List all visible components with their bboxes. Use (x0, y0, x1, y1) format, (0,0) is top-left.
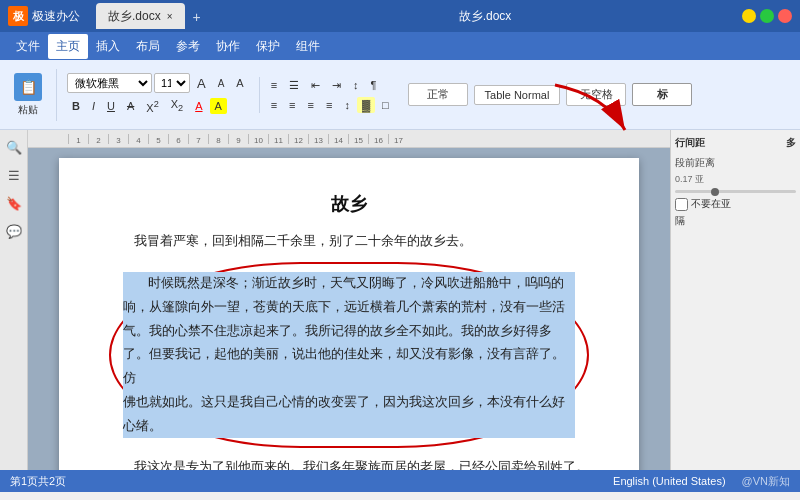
page-container[interactable]: 故乡 我冒着严寒，回到相隔二千余里，别了二十余年的故乡去。 时候既然是深冬；渐近… (28, 148, 670, 470)
paste-label: 粘贴 (18, 103, 38, 117)
ruler-mark: 6 (168, 134, 188, 144)
spacing-checkbox[interactable] (675, 198, 688, 211)
spacing-value: 0.17 亚 (675, 173, 796, 186)
ruler-mark: 13 (308, 134, 328, 144)
font-color-button[interactable]: A (190, 98, 207, 114)
superscript-button[interactable]: X2 (141, 97, 163, 116)
table-normal-style-button[interactable]: Table Normal (474, 85, 561, 105)
new-tab-button[interactable]: + (185, 5, 209, 29)
para2-line3: 气。我的心禁不住悲凉起来了。我所记得的故乡全不如此。我的故乡好得多 (123, 324, 552, 338)
strikethrough-button[interactable]: A (122, 98, 139, 114)
border-button[interactable]: □ (377, 97, 394, 113)
ruler-mark: 14 (328, 134, 348, 144)
app-icon: 极 (8, 6, 28, 26)
menu-collaborate[interactable]: 协作 (208, 34, 248, 59)
paste-button[interactable]: 📋 粘贴 (8, 69, 48, 121)
menu-insert[interactable]: 插入 (88, 34, 128, 59)
para2-line1: 时候既然是深冬；渐近故乡时，天气又阴晦了，冷风吹进船舱中，呜呜的 (148, 276, 564, 290)
ruler: 1 2 3 4 5 6 7 8 9 10 11 12 13 14 15 16 1… (28, 130, 670, 148)
paragraph-row-2: ≡ ≡ ≡ ≡ ↕ ▓ □ (266, 97, 394, 113)
ruler-mark: 2 (88, 134, 108, 144)
ruler-mark: 5 (148, 134, 168, 144)
minimize-button[interactable]: − (742, 9, 756, 23)
font-size-select[interactable]: 11.5 (154, 73, 190, 93)
checkbox-row-2: 隔 (675, 214, 796, 228)
menu-file[interactable]: 文件 (8, 34, 48, 59)
no-spacing-style-button[interactable]: 无空格 (566, 83, 626, 106)
menu-layout[interactable]: 布局 (128, 34, 168, 59)
search-icon[interactable]: 🔍 (5, 138, 23, 156)
menu-component[interactable]: 组件 (288, 34, 328, 59)
para2-line2: 响，从篷隙向外一望，苍黄的天底下，远近横着几个萧索的荒村，没有一些活 (123, 300, 565, 314)
title-bar: 极 极速办公 故乡.docx × + 故乡.docx − □ × (0, 0, 800, 32)
checkbox2-label: 隔 (675, 214, 685, 228)
indent-more-button[interactable]: ⇥ (327, 77, 346, 94)
right-panel-title-text: 行间距 (675, 137, 705, 148)
shading-button[interactable]: ▓ (357, 97, 375, 113)
window-controls: − □ × (742, 9, 792, 23)
ruler-mark: 3 (108, 134, 128, 144)
menu-protect[interactable]: 保护 (248, 34, 288, 59)
right-panel-more: 多 (786, 136, 796, 150)
app-icon-text: 极 (13, 9, 24, 24)
oval-highlight: 时候既然是深冬；渐近故乡时，天气又阴晦了，冷风吹进船舱中，呜呜的 响，从篷隙向外… (109, 262, 589, 448)
indent-less-button[interactable]: ⇤ (306, 77, 325, 94)
checkbox-row: 不要在亚 (675, 197, 796, 211)
ruler-mark: 4 (128, 134, 148, 144)
normal-style-button[interactable]: 正常 (408, 83, 468, 106)
font-shrink-button[interactable]: A (213, 76, 230, 91)
maximize-button[interactable]: □ (760, 9, 774, 23)
align-center-button[interactable]: ≡ (284, 97, 300, 113)
ruler-mark: 9 (228, 134, 248, 144)
close-button[interactable]: × (778, 9, 792, 23)
italic-button[interactable]: I (87, 98, 100, 114)
nav-icon[interactable]: ☰ (5, 166, 23, 184)
clear-format-button[interactable]: A (231, 75, 248, 91)
doc-tab[interactable]: 故乡.docx × (96, 3, 185, 29)
ruler-mark: 11 (268, 134, 288, 144)
paragraph-1[interactable]: 我冒着严寒，回到相隔二千余里，别了二十余年的故乡去。 (109, 230, 589, 254)
ruler-mark: 10 (248, 134, 268, 144)
ruler-mark: 1 (68, 134, 88, 144)
ruler-mark: 16 (368, 134, 388, 144)
ruler-mark: 8 (208, 134, 228, 144)
bold-button[interactable]: B (67, 98, 85, 114)
document-area: 1 2 3 4 5 6 7 8 9 10 11 12 13 14 15 16 1… (28, 130, 670, 470)
ruler-mark: 15 (348, 134, 368, 144)
para2-line5: 佛也就如此。这只是我自己心情的改变罢了，因为我这次回乡，本没有什么好 (123, 395, 565, 409)
line-spacing-slider[interactable] (675, 190, 796, 193)
font-grow-button[interactable]: A (192, 74, 211, 93)
spacing-before-label: 段前距离 (675, 156, 796, 170)
language-indicator[interactable]: English (United States) (613, 475, 726, 487)
main-area: 🔍 ☰ 🔖 💬 1 2 3 4 5 6 7 8 9 10 11 12 13 14 (0, 130, 800, 470)
align-justify-button[interactable]: ≡ (321, 97, 337, 113)
align-right-button[interactable]: ≡ (303, 97, 319, 113)
menu-home[interactable]: 主页 (48, 34, 88, 59)
comment-icon[interactable]: 💬 (5, 222, 23, 240)
underline-button[interactable]: U (102, 98, 120, 114)
tab-close-icon[interactable]: × (167, 11, 173, 22)
subscript-button[interactable]: X2 (166, 96, 188, 115)
document-page[interactable]: 故乡 我冒着严寒，回到相隔二千余里，别了二十余年的故乡去。 时候既然是深冬；渐近… (59, 158, 639, 470)
menu-reference[interactable]: 参考 (168, 34, 208, 59)
font-row-1: 微软雅黑 11.5 A A A (67, 73, 249, 93)
more-styles-button[interactable]: 标 (632, 83, 692, 106)
bullet-list-button[interactable]: ≡ (266, 77, 282, 93)
highlight-button[interactable]: A (210, 98, 227, 114)
sort-button[interactable]: ↕ (348, 77, 364, 93)
line-spacing-button[interactable]: ↕ (339, 97, 355, 113)
font-family-select[interactable]: 微软雅黑 (67, 73, 152, 93)
numbered-list-button[interactable]: ☰ (284, 77, 304, 94)
font-row-2: B I U A X2 X2 A A (67, 96, 249, 115)
oval-paragraph-container: 时候既然是深冬；渐近故乡时，天气又阴晦了，冷风吹进船舱中，呜呜的 响，从篷隙向外… (109, 262, 589, 448)
paragraph-3[interactable]: 我这次是专为了别他而来的。我们多年聚族而居的老屋，已经公同卖给别姓了。交屋的期限… (109, 456, 589, 470)
show-para-button[interactable]: ¶ (366, 77, 382, 93)
ruler-mark: 12 (288, 134, 308, 144)
bookmark-icon[interactable]: 🔖 (5, 194, 23, 212)
align-left-button[interactable]: ≡ (266, 97, 282, 113)
para2-line6: 心绪。 (123, 419, 162, 433)
para1-text: 我冒着严寒，回到相隔二千余里，别了二十余年的故乡去。 (134, 234, 472, 248)
document-title: 故乡 (109, 188, 589, 220)
status-bar: 第1页共2页 English (United States) @VN新知 (0, 470, 800, 492)
para3-text: 我这次是专为了别他而来的。我们多年聚族而居的老屋，已经公同卖给别姓了。交屋的期限… (109, 460, 589, 470)
